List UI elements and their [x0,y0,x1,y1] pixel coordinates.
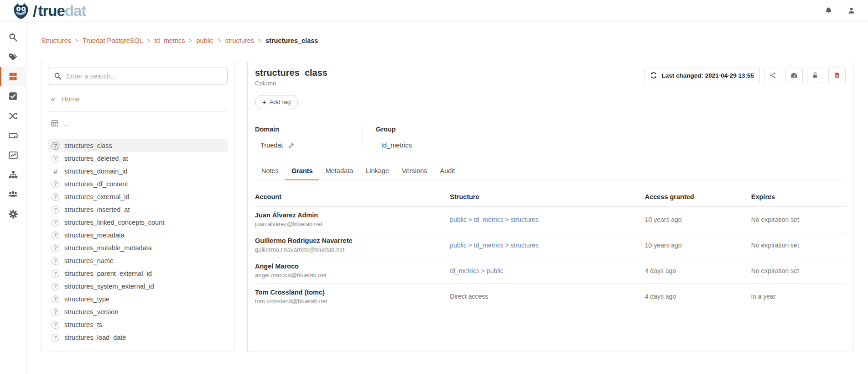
sidebar-item-dashboards[interactable] [0,145,26,165]
search-icon [54,72,62,80]
share-button[interactable] [764,68,781,83]
add-tag-button[interactable]: + Add tag [255,95,298,109]
question-circle-icon: ? [52,334,59,342]
structure-type-label: Column [255,80,327,87]
field-list: ? structures_class ? structures_deleted_… [48,139,228,344]
breadcrumb: Structures > Truedat PostgreSQL > td_met… [41,37,853,44]
account-email: tom.crossland@bluetab.net [255,298,450,305]
list-item[interactable]: ? structures_inserted_at [48,203,228,216]
add-tag-label: Add tag [270,99,291,105]
breadcrumb-separator: > [189,37,192,44]
sidebar-item-settings[interactable] [0,204,26,224]
structure-link[interactable]: public > td_metrics > structures [450,216,539,223]
table-row: Tom Crossland (tomc) tom.crossland@bluet… [255,284,846,309]
list-item[interactable]: ? structures_ts [48,318,228,331]
domain-value: Truedat [260,142,283,149]
user-profile-icon[interactable] [846,6,856,16]
list-item[interactable]: ? structures_class [48,139,228,152]
access-granted-value: 4 days ago [645,293,751,300]
edit-domain-pencil-icon[interactable] [288,142,295,149]
list-item[interactable]: ? structures_metadata [48,229,228,242]
account-email: juan.alvarez@bluetab.net [255,221,450,227]
grid-icon [8,72,18,81]
breadcrumb-link-system[interactable]: Truedat PostgreSQL [83,37,143,44]
sidebar-item-tags[interactable] [0,47,26,67]
table-row: Guillermo Rodriguez Navarrete guillermo.… [255,232,846,258]
list-item[interactable]: ? structures_external_id [48,190,228,203]
access-granted-value: 10 years ago [645,242,751,249]
list-item[interactable]: ? structures_df_content [48,178,228,190]
plus-icon: + [262,99,266,105]
sidebar-item-structures[interactable] [0,67,26,86]
logo-text-secondary: dat [65,2,86,19]
unlock-button[interactable] [807,68,824,83]
breadcrumb-link-table[interactable]: structures [225,37,254,44]
structure-direct-access-label: Direct access [450,293,488,300]
share-icon [769,72,776,79]
refresh-icon [650,72,657,79]
question-circle-icon: ? [52,244,59,252]
tab-audit[interactable]: Audit [434,163,462,180]
list-item[interactable]: ? structures_load_date [48,331,228,344]
parent-directory-item[interactable]: .. [48,119,228,127]
list-item[interactable]: ? structures_deleted_at [48,152,228,165]
breadcrumb-separator: > [218,37,221,44]
notifications-bell-icon[interactable] [823,6,833,16]
truedat-logo[interactable]: / truedat [12,2,86,20]
list-item[interactable]: ? structures_parent_external_id [48,267,228,280]
sidebar-item-taxonomy[interactable] [0,165,26,184]
parent-directory-label: .. [64,120,68,127]
grants-table: Account Structure Access granted Expires… [255,186,846,309]
sidebar-item-search[interactable] [0,27,26,47]
account-name: Tom Crossland (tomc) [255,289,450,296]
tab-grants[interactable]: Grants [285,163,319,180]
list-item[interactable]: ? structures_linked_concepts_count [48,216,228,229]
account-email: guillermo.r.navarrete@bluetab.net [255,246,450,253]
structure-detail-panel: structures_class Column Last changed: 20… [247,61,853,352]
question-circle-icon: ? [52,142,59,150]
sidebar-item-users[interactable] [0,184,26,204]
breadcrumb-link-structures[interactable]: Structures [41,37,71,44]
search-input[interactable] [66,72,222,80]
app-header: / truedat [0,0,868,22]
group-value: td_metrics [381,142,412,149]
list-item[interactable]: ? structures_version [48,306,228,318]
question-circle-icon: ? [52,308,59,316]
list-item[interactable]: ? structures_name [48,254,228,267]
tab-linkage[interactable]: Linkage [359,163,395,180]
sitemap-icon [8,170,18,180]
delete-button[interactable] [828,68,846,83]
breadcrumb-separator: > [75,37,78,44]
home-nav-item[interactable]: « Home [48,95,228,103]
shuffle-icon [8,111,18,121]
structure-link[interactable]: td_metrics > public [450,267,503,274]
tab-versions[interactable]: Versions [395,163,434,180]
question-circle-icon: ? [52,270,59,278]
list-item[interactable]: ? structures_mutable_metadata [48,242,228,254]
account-email: angel.maroco@bluetab.net [255,272,450,279]
logo-slash: / [33,3,36,19]
account-name: Angel Maroco [255,263,450,270]
last-changed-button[interactable]: Last changed: 2021-04-29 13:55 [644,68,760,83]
list-item[interactable]: ? structures_type [48,293,228,306]
gauge-icon [790,71,798,79]
drive-icon [8,131,18,141]
users-icon [8,189,18,200]
trash-icon [833,72,841,79]
sidebar-item-systems[interactable] [0,126,26,145]
breadcrumb-link-database[interactable]: td_metrics [155,37,185,44]
tab-notes[interactable]: Notes [255,163,285,180]
check-square-icon [8,91,18,101]
account-name: Guillermo Rodriguez Navarrete [255,237,450,244]
breadcrumb-link-schema[interactable]: public [196,37,213,44]
sidebar-item-rules[interactable] [0,86,26,106]
tab-metadata[interactable]: Metadata [319,163,359,180]
column-header-account: Account [255,193,450,200]
structure-link[interactable]: public > td_metrics > structures [450,242,539,249]
quality-dashboard-button[interactable] [785,68,803,83]
sidebar-item-lineage[interactable] [0,106,26,126]
list-item[interactable]: # structures_domain_id [48,165,228,178]
owl-logo-icon [12,2,30,20]
list-item[interactable]: ? structures_system_external_id [48,280,228,293]
gear-icon [8,209,18,219]
